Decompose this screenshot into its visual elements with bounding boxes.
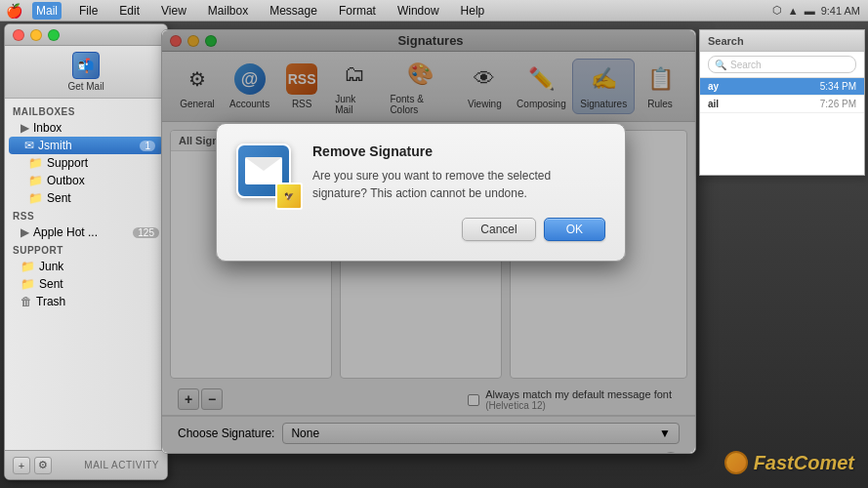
remove-signature-dialog: 🦅 Remove Signature Are you sure you want… [216,123,626,262]
junk-label: Junk [39,260,63,273]
sidebar-bottom-bar: + ⚙ MAIL ACTIVITY [5,450,167,479]
menubar-item-mail[interactable]: Mail [32,2,62,20]
apple-menu-icon[interactable]: 🍎 [6,3,22,19]
maximize-button[interactable] [48,29,60,41]
menubar-item-file[interactable]: File [75,2,102,20]
sent2-label: Sent [39,277,63,291]
outbox-icon: 📁 [28,174,43,187]
menubar-items: Mail File Edit View Mailbox Message Form… [32,2,488,20]
support-folder-icon: 📁 [28,156,43,170]
search-label: Search [708,35,744,47]
sidebar-item-jsmith[interactable]: ✉ Jsmith 1 [9,137,163,154]
get-mail-icon: 📬 [72,52,100,79]
inbox-label: Inbox [33,121,62,135]
mail-toolbar: 📬 Get Mail [5,46,167,99]
envelope-icon [245,157,282,184]
modal-title: Remove Signature [312,143,605,159]
cancel-button[interactable]: Cancel [462,218,535,241]
menubar-item-view[interactable]: View [157,2,190,20]
sidebar-item-support[interactable]: 📁 Support [5,154,167,172]
settings-button[interactable]: ⚙ [34,457,52,474]
get-mail-button[interactable]: 📬 Get Mail [60,48,111,96]
search-icon: 🔍 [715,60,726,70]
junk-icon: 📁 [21,260,35,273]
sent2-icon: 📁 [21,277,35,291]
trash-icon: 🗑 [21,295,32,308]
ok-button[interactable]: OK [544,218,605,241]
trash-label: Trash [36,295,65,308]
mail-icon-inner: 🦅 [236,143,299,206]
minimize-button[interactable] [30,29,42,41]
fastcomet-logo-icon [724,451,748,474]
menubar-item-format[interactable]: Format [335,2,380,20]
add-mailbox-button[interactable]: + [13,457,30,474]
modal-buttons: Cancel OK [312,218,605,241]
support-section-header: SUPPORT [5,241,167,258]
mailboxes-section-header: MAILBOXES [5,102,167,119]
menubar-item-window[interactable]: Window [393,2,443,20]
desktop: 🍎 Mail File Edit View Mailbox Message Fo… [0,0,868,488]
mail-activity-label: MAIL ACTIVITY [84,460,159,470]
sidebar-item-apple-hot[interactable]: ▶ Apple Hot ... 125 [5,224,167,241]
inbox-icon: ▶ [21,121,29,135]
email-from-2: ail [708,99,719,109]
battery-icon: ▬ [805,5,815,17]
mail-titlebar [5,24,167,46]
rss-icon: ▶ [21,225,29,239]
apple-hot-label: Apple Hot ... [33,225,98,239]
sent-label: Sent [47,191,71,205]
prefs-window: Signatures ⚙ General @ Accounts RSS RSS … [161,29,696,454]
email-row-1[interactable]: ay 5:34 PM [700,78,864,96]
apple-hot-badge: 125 [133,227,159,238]
email-row-2[interactable]: ail 7:26 PM [700,96,864,113]
menubar-item-help[interactable]: Help [457,2,489,20]
sidebar-item-sent2[interactable]: 📁 Sent [5,275,167,293]
sidebar-item-inbox[interactable]: ▶ Inbox [5,119,167,137]
modal-icon-area: 🦅 [236,143,299,206]
modal-body: Remove Signature Are you sure you want t… [312,143,605,241]
outbox-label: Outbox [47,174,85,187]
sidebar-item-trash[interactable]: 🗑 Trash [5,293,167,310]
email-list-panel: Search 🔍 Search ay 5:34 PM ail 7:26 PM [699,29,865,176]
email-from-1: ay [708,81,719,92]
bluetooth-icon: ⬡ [772,4,782,17]
modal-overlay: 🦅 Remove Signature Are you sure you want… [162,30,695,453]
menubar-item-edit[interactable]: Edit [115,2,144,20]
jsmith-label: Jsmith [38,139,72,152]
mail-sidebar-window: 📬 Get Mail MAILBOXES ▶ Inbox ✉ Jsmith 1 … [4,23,168,480]
stamp-icon: 🦅 [275,183,303,210]
fc-text-part1: Fast [754,452,794,473]
support-label: Support [47,156,88,170]
fc-text-part2: Comet [794,452,854,473]
sidebar-content: MAILBOXES ▶ Inbox ✉ Jsmith 1 📁 Support 📁… [5,99,167,450]
email-time-1: 5:34 PM [820,81,856,92]
sidebar-item-sent[interactable]: 📁 Sent [5,189,167,207]
email-time-2: 7:26 PM [820,99,856,109]
fastcomet-text: FastComet [754,452,854,474]
menubar-item-mailbox[interactable]: Mailbox [204,2,252,20]
modal-message: Are you sure you want to remove the sele… [312,167,605,202]
menubar-item-message[interactable]: Message [266,2,321,20]
sent-icon: 📁 [28,191,43,205]
close-button[interactable] [13,29,24,41]
jsmith-badge: 1 [140,141,155,151]
search-box[interactable]: 🔍 Search [708,56,856,73]
email-panel-header: Search [700,30,864,52]
sidebar-item-junk[interactable]: 📁 Junk [5,258,167,275]
rss-section-header: RSS [5,207,167,224]
jsmith-icon: ✉ [24,139,34,152]
wifi-icon: ▲ [788,5,799,17]
search-placeholder: Search [730,60,762,70]
get-mail-label: Get Mail [67,81,103,92]
menubar-right: ⬡ ▲ ▬ 9:41 AM [772,4,860,17]
clock: 9:41 AM [821,5,860,17]
menubar: 🍎 Mail File Edit View Mailbox Message Fo… [0,0,868,21]
search-area: 🔍 Search [700,52,864,78]
fastcomet-badge: FastComet [724,451,854,474]
sidebar-item-outbox[interactable]: 📁 Outbox [5,172,167,189]
